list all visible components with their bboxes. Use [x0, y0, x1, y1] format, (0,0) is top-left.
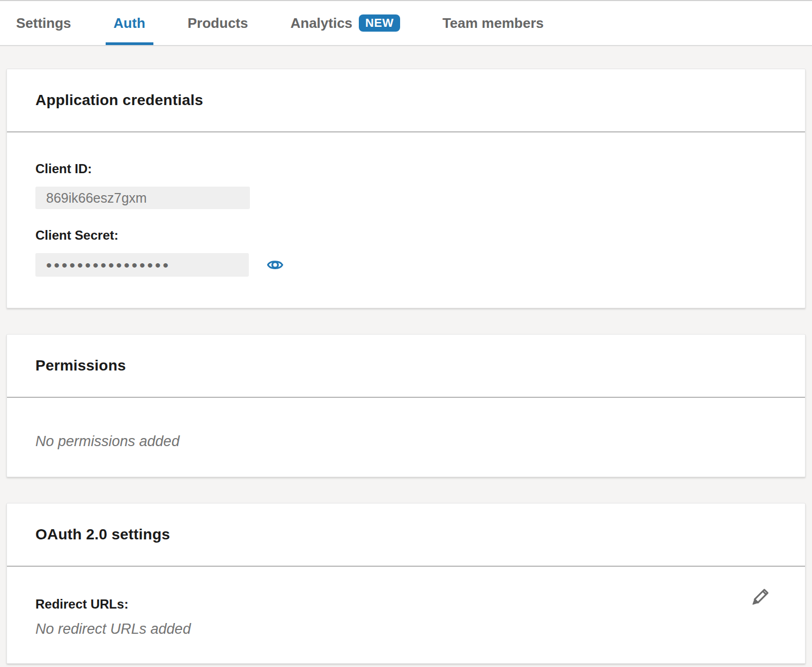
client-secret-row: ••••••••••••••••: [35, 253, 777, 277]
permissions-body: No permissions added: [7, 398, 805, 477]
new-badge: NEW: [359, 14, 400, 32]
tab-settings-label: Settings: [16, 15, 71, 32]
permissions-header: Permissions: [7, 335, 805, 398]
oauth-settings-header: OAuth 2.0 settings: [7, 503, 805, 567]
redirect-urls-empty-text: No redirect URLs added: [35, 621, 777, 638]
edit-redirect-urls-button[interactable]: [748, 584, 773, 609]
permissions-empty-text: No permissions added: [35, 433, 777, 450]
tab-settings[interactable]: Settings: [8, 1, 79, 45]
application-credentials-header: Application credentials: [7, 69, 805, 132]
client-secret-field[interactable]: ••••••••••••••••: [35, 253, 249, 277]
permissions-title: Permissions: [35, 357, 126, 374]
permissions-card: Permissions No permissions added: [6, 334, 806, 477]
tab-analytics-label: Analytics: [290, 15, 352, 32]
tab-auth-label: Auth: [114, 15, 145, 32]
oauth-settings-body: Redirect URLs: No redirect URLs added: [7, 567, 805, 663]
redirect-urls-label: Redirect URLs:: [35, 596, 777, 612]
tab-team-members[interactable]: Team members: [434, 1, 552, 45]
tab-bar: Settings Auth Products Analytics NEW Tea…: [0, 0, 812, 46]
client-id-value: 869ik66esz7gxm: [46, 190, 147, 206]
page-content: Application credentials Client ID: 869ik…: [0, 46, 812, 664]
tab-auth[interactable]: Auth: [106, 1, 153, 45]
tab-analytics[interactable]: Analytics NEW: [282, 1, 408, 45]
oauth-settings-title: OAuth 2.0 settings: [35, 526, 170, 543]
client-secret-label: Client Secret:: [35, 227, 777, 243]
reveal-secret-button[interactable]: [267, 256, 284, 273]
tab-products[interactable]: Products: [180, 1, 256, 45]
client-secret-masked-value: ••••••••••••••••: [46, 257, 171, 273]
tab-team-members-label: Team members: [442, 15, 544, 32]
application-credentials-card: Application credentials Client ID: 869ik…: [6, 69, 806, 308]
application-credentials-title: Application credentials: [35, 92, 203, 109]
pencil-icon: [748, 584, 773, 609]
client-id-label: Client ID:: [35, 161, 777, 177]
tab-products-label: Products: [188, 15, 248, 32]
eye-icon: [267, 256, 284, 273]
application-credentials-body: Client ID: 869ik66esz7gxm Client Secret:…: [7, 132, 805, 308]
client-id-field[interactable]: 869ik66esz7gxm: [35, 187, 250, 209]
oauth-settings-card: OAuth 2.0 settings Redirect URLs: No red…: [6, 503, 806, 664]
